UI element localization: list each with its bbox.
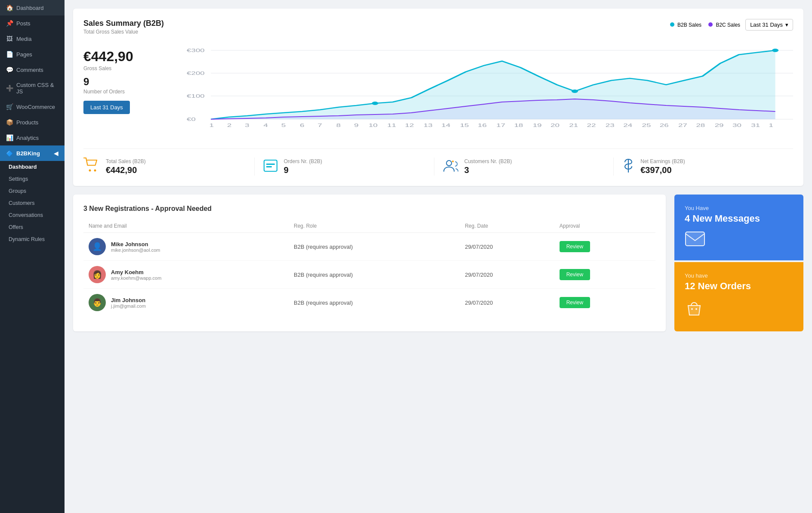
sidebar-item-dashboard[interactable]: 🏠 Dashboard	[0, 0, 65, 15]
svg-text:1: 1	[769, 123, 773, 128]
cart-icon	[83, 158, 100, 176]
svg-point-51	[691, 308, 693, 310]
chart-wrapper: €442,90 Gross Sales 9 Number of Orders L…	[83, 42, 793, 138]
svg-text:12: 12	[405, 123, 414, 128]
svg-point-48	[446, 161, 452, 166]
svg-rect-47	[266, 166, 272, 167]
svg-point-9	[572, 90, 578, 93]
sub-settings-label: Settings	[9, 176, 28, 182]
svg-text:14: 14	[441, 123, 450, 128]
user-approval-0[interactable]: Review	[554, 233, 655, 261]
sidebar-item-comments[interactable]: 💬 Comments	[0, 62, 65, 77]
stat-customers-label: Customers Nr. (B2B)	[464, 158, 512, 164]
stat-orders-label: Orders Nr. (B2B)	[284, 158, 322, 164]
b2bking-label: B2BKing	[16, 150, 40, 157]
user-cell-0: 👤 Mike Johnson mike.jonhson@aol.com	[83, 233, 289, 261]
chart-left: €442,90 Gross Sales 9 Number of Orders L…	[83, 42, 178, 138]
svg-text:18: 18	[514, 123, 523, 128]
sidebar-sub-groups[interactable]: Groups	[0, 185, 65, 197]
user-approval-1[interactable]: Review	[554, 261, 655, 289]
stat-orders-value: 9	[284, 165, 322, 175]
period-selector[interactable]: Last 31 Days ▾	[745, 19, 793, 31]
svg-text:11: 11	[387, 123, 396, 128]
b2c-legend-label: B2C Sales	[716, 22, 740, 28]
user-email-0: mike.jonhson@aol.com	[111, 247, 160, 253]
sidebar-sub-dynamic-rules[interactable]: Dynamic Rules	[0, 233, 65, 245]
svg-point-43	[89, 170, 91, 172]
sidebar-sub-dashboard[interactable]: Dashboard	[0, 161, 65, 173]
sidebar-sub-conversations[interactable]: Conversations	[0, 209, 65, 221]
registrations-card: 3 New Registrations - Approval Needed Na…	[73, 195, 666, 331]
user-avatar-2: 👨	[89, 294, 106, 311]
earnings-icon	[622, 158, 634, 175]
user-email-2: j.jim@gmail.com	[111, 303, 146, 309]
user-name-0: Mike Johnson	[111, 241, 160, 247]
review-button-1[interactable]: Review	[560, 269, 590, 280]
sidebar-item-analytics[interactable]: 📊 Analytics	[0, 130, 65, 145]
posts-icon: 📌	[6, 20, 13, 27]
sidebar-item-woocommerce[interactable]: 🛒 WooCommerce	[0, 99, 65, 114]
sidebar-sub-customers[interactable]: Customers	[0, 197, 65, 209]
period-selector-label: Last 31 Days	[750, 22, 783, 28]
chart-legend: B2B Sales B2C Sales	[670, 22, 740, 28]
svg-point-10	[772, 49, 778, 52]
svg-text:2: 2	[227, 123, 231, 128]
user-role-0: B2B (requires approval)	[289, 233, 460, 261]
sidebar-item-label: Posts	[16, 20, 31, 27]
svg-text:16: 16	[478, 123, 487, 128]
sub-customers-label: Customers	[9, 200, 34, 206]
orders-card: You have 12 New Orders	[674, 262, 803, 331]
sales-summary-card: Sales Summary (B2B) Total Gross Sales Va…	[73, 9, 803, 186]
sidebar-item-media[interactable]: 🖼 Media	[0, 31, 65, 46]
stat-total-sales-label: Total Sales (B2B)	[106, 158, 146, 164]
svg-text:19: 19	[533, 123, 542, 128]
period-button[interactable]: Last 31 Days	[83, 101, 130, 114]
sidebar-item-b2bking[interactable]: 🔷 B2BKing ◀	[0, 145, 65, 161]
orders-bag-icon	[685, 299, 793, 321]
sidebar-item-custom-css[interactable]: ➕ Custom CSS & JS	[0, 77, 65, 99]
user-approval-2[interactable]: Review	[554, 289, 655, 317]
user-date-1: 29/07/2020	[460, 261, 554, 289]
main-content: Sales Summary (B2B) Total Gross Sales Va…	[65, 0, 812, 513]
gross-sales-value: €442,90	[83, 49, 178, 65]
sidebar-item-posts[interactable]: 📌 Posts	[0, 15, 65, 31]
b2c-legend-dot	[708, 22, 713, 27]
analytics-icon: 📊	[6, 134, 13, 141]
messages-count-label: 4 New Messages	[685, 213, 793, 224]
stat-customers-value: 3	[464, 165, 512, 175]
sidebar-item-label: Comments	[16, 67, 43, 73]
sidebar-item-label: Dashboard	[16, 5, 44, 11]
svg-point-52	[695, 308, 697, 310]
gross-sales-label: Gross Sales	[83, 65, 178, 71]
svg-text:15: 15	[460, 123, 469, 128]
stat-orders: Orders Nr. (B2B) 9	[255, 158, 434, 176]
registrations-title: 3 New Registrations - Approval Needed	[83, 205, 655, 213]
review-button-0[interactable]: Review	[560, 241, 590, 252]
chart-header-right: B2B Sales B2C Sales Last 31 Days ▾	[670, 19, 793, 31]
orders-label: Number of Orders	[83, 89, 178, 95]
sidebar-sub-offers[interactable]: Offers	[0, 221, 65, 233]
col-date: Reg. Date	[460, 219, 554, 233]
stat-earnings: Net Earnings (B2B) €397,00	[614, 158, 793, 176]
col-approval: Approval	[554, 219, 655, 233]
sidebar-item-pages[interactable]: 📄 Pages	[0, 46, 65, 62]
svg-rect-45	[264, 160, 277, 171]
messages-envelope-icon	[685, 231, 793, 250]
stat-earnings-value: €397,00	[640, 165, 685, 175]
woo-icon: 🛒	[6, 103, 13, 110]
b2bking-arrow-icon: ◀	[54, 150, 58, 157]
sidebar-item-products[interactable]: 📦 Products	[0, 114, 65, 130]
sidebar-sub-settings[interactable]: Settings	[0, 173, 65, 185]
svg-rect-50	[686, 232, 704, 246]
stat-customers: Customers Nr. (B2B) 3	[434, 158, 614, 176]
review-button-2[interactable]: Review	[560, 297, 590, 308]
table-row: 👩 Amy Koehm amy.koehm@wapp.com B2B (requ…	[83, 261, 655, 289]
col-name: Name and Email	[83, 219, 289, 233]
sidebar: 🏠 Dashboard 📌 Posts 🖼 Media 📄 Pages 💬 Co…	[0, 0, 65, 513]
svg-text:9: 9	[354, 123, 358, 128]
user-date-0: 29/07/2020	[460, 233, 554, 261]
svg-point-8	[372, 102, 378, 105]
dropdown-arrow-icon: ▾	[785, 22, 788, 28]
line-chart: €300 €200 €100 €0 1 2	[187, 42, 793, 136]
sub-dashboard-label: Dashboard	[9, 164, 37, 170]
